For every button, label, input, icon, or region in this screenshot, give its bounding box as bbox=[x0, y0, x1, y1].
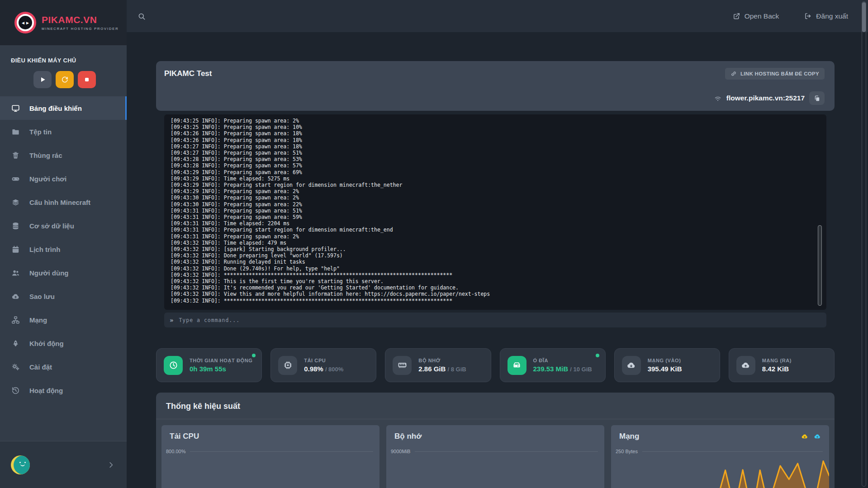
upload-legend-icon[interactable] bbox=[814, 433, 821, 440]
console-scrollbar[interactable] bbox=[818, 225, 822, 306]
avatar[interactable] bbox=[11, 455, 30, 474]
sidebar-item-schedules[interactable]: Lịch trình bbox=[0, 237, 127, 261]
stat-value: 0h 39m 55s bbox=[190, 365, 226, 373]
sidebar-item-activity[interactable]: Hoạt động bbox=[0, 379, 127, 402]
sidebar-item-label: Hoạt động bbox=[29, 387, 63, 394]
console-line: [09:43:29 INFO]: Preparing spawn area: 6… bbox=[171, 169, 820, 175]
monitor-icon bbox=[11, 104, 20, 113]
console-line: [09:43:32 INFO]: It's recommended you re… bbox=[171, 284, 820, 291]
network-chart-plot bbox=[611, 454, 829, 488]
sidebar-item-label: Thùng rác bbox=[29, 152, 62, 159]
link-icon bbox=[730, 71, 737, 77]
brand-tagline: MINECRAFT HOSTING PROVIDER bbox=[42, 27, 119, 31]
stat-value: 0.98% bbox=[304, 365, 323, 373]
brand-logo-arrows: ◄► bbox=[19, 16, 32, 29]
console-output[interactable]: [09:43:25 INFO]: Preparing spawn area: 2… bbox=[164, 114, 826, 310]
console-line: [09:43:30 INFO]: Preparing spawn area: 2… bbox=[171, 194, 820, 201]
stat-icon-tile bbox=[278, 356, 297, 375]
open-back-link[interactable]: Open Back bbox=[733, 12, 779, 20]
sidebar-item-label: Sao lưu bbox=[29, 293, 55, 300]
cloud-upload-icon bbox=[741, 360, 750, 370]
console-line: [09:43:32 INFO]: This is the first time … bbox=[171, 278, 820, 284]
y-axis-label: 250 Bytes bbox=[616, 449, 638, 454]
stat-limit: / 8 GiB bbox=[448, 366, 466, 373]
stop-icon bbox=[83, 76, 90, 83]
console-line: [09:43:32 INFO]: Time elapsed: 479 ms bbox=[171, 240, 820, 246]
console-line: [09:43:31 INFO]: Preparing spawn area: 5… bbox=[171, 214, 820, 220]
gridline bbox=[190, 451, 373, 452]
database-icon bbox=[11, 222, 20, 230]
stat-limit: / 800% bbox=[325, 366, 343, 373]
page-scrollbar-thumb[interactable] bbox=[862, 2, 866, 32]
logout-link[interactable]: Đăng xuất bbox=[804, 12, 848, 20]
sidebar-item-trash[interactable]: Thùng rác bbox=[0, 143, 127, 167]
brand-logo[interactable]: ◄► PIKAMC.VN MINECRAFT HOSTING PROVIDER bbox=[0, 0, 127, 45]
copy-address-button[interactable] bbox=[809, 91, 825, 105]
command-input[interactable] bbox=[179, 317, 821, 323]
chevron-right-icon[interactable] bbox=[107, 461, 115, 469]
stat-icon-tile bbox=[164, 356, 183, 375]
network-chart-card: Mạng 250 Bytes bbox=[611, 425, 829, 488]
server-title: PIKAMC Test bbox=[164, 68, 212, 78]
cpu-chart-plot bbox=[161, 454, 379, 488]
sidebar-item-network[interactable]: Mạng bbox=[0, 308, 127, 332]
console-line: [09:43:32 INFO]: Running delayed init ta… bbox=[171, 259, 820, 265]
console-line: [09:43:32 INFO]: View this and more help… bbox=[171, 291, 820, 297]
user-panel[interactable] bbox=[0, 441, 127, 488]
stop-server-button[interactable] bbox=[78, 71, 96, 88]
restart-server-button[interactable] bbox=[56, 71, 74, 88]
sidebar-item-databases[interactable]: Cơ sở dữ liệu bbox=[0, 214, 127, 237]
stat-card-cpu: TẢI CPU 0.98% / 800% bbox=[270, 348, 376, 382]
chart-title: Tải CPU bbox=[170, 432, 199, 441]
stat-icon-tile bbox=[393, 356, 412, 375]
console-line: [09:43:29 INFO]: Preparing spawn area: 2… bbox=[171, 188, 820, 194]
console-line: [09:43:26 INFO]: Preparing spawn area: 1… bbox=[171, 130, 820, 137]
stat-label: THỜI GIAN HOẠT ĐỘNG bbox=[190, 358, 252, 363]
history-icon bbox=[11, 386, 20, 395]
stat-icon-tile bbox=[736, 356, 755, 375]
cloud-download-icon bbox=[626, 360, 636, 370]
console-line: [09:43:29 INFO]: Preparing start region … bbox=[171, 182, 820, 188]
sidebar-item-label: Cài đặt bbox=[29, 363, 52, 371]
search-icon[interactable] bbox=[138, 12, 146, 20]
logout-icon bbox=[804, 12, 812, 20]
brand-logo-icon: ◄► bbox=[14, 12, 36, 33]
sidebar-item-users[interactable]: Người dùng bbox=[0, 261, 127, 284]
stat-value: 395.49 KiB bbox=[648, 365, 682, 373]
topbar: Open Back Đăng xuất bbox=[127, 0, 868, 32]
console-line: [09:43:31 INFO]: Preparing spawn area: 5… bbox=[171, 208, 820, 214]
performance-title: Thống kê hiệu suất bbox=[161, 402, 829, 411]
sidebar-item-minecraft-config[interactable]: Cấu hình Minecraft bbox=[0, 190, 127, 214]
sidebar-item-settings[interactable]: Cài đặt bbox=[0, 355, 127, 379]
sidebar-item-files[interactable]: Tệp tin bbox=[0, 120, 127, 143]
avatar-smile bbox=[20, 463, 25, 466]
online-dot bbox=[252, 354, 256, 357]
topbar-actions: Open Back Đăng xuất bbox=[733, 12, 848, 20]
sidebar-item-startup[interactable]: Khởi động bbox=[0, 332, 127, 355]
console-line: [09:43:32 INFO]: ***********************… bbox=[171, 272, 820, 278]
chart-title: Bộ nhớ bbox=[394, 432, 422, 441]
sidebar-item-dashboard[interactable]: Bảng điều khiển bbox=[0, 96, 127, 120]
gridline bbox=[642, 451, 823, 452]
copy-hosting-link-label: LINK HOSTING BẤM ĐỂ COPY bbox=[740, 71, 819, 76]
stat-icon-tile bbox=[622, 356, 641, 375]
play-icon bbox=[39, 76, 46, 83]
stat-limit: / 10 GiB bbox=[570, 366, 592, 373]
gridline bbox=[415, 451, 598, 452]
page-scrollbar[interactable] bbox=[862, 1, 866, 487]
network-area-chart bbox=[611, 455, 829, 488]
console-line: [09:43:25 INFO]: Preparing spawn area: 2… bbox=[171, 118, 820, 124]
start-server-button[interactable] bbox=[33, 71, 52, 88]
sidebar-item-label: Lịch trình bbox=[29, 246, 60, 253]
copy-hosting-link-button[interactable]: LINK HOSTING BẤM ĐỂ COPY bbox=[725, 68, 825, 80]
console-line: [09:43:27 INFO]: Preparing spawn area: 1… bbox=[171, 143, 820, 150]
sidebar-item-backups[interactable]: Sao lưu bbox=[0, 284, 127, 308]
calendar-icon bbox=[11, 245, 20, 254]
sidebar-item-players[interactable]: Người chơi bbox=[0, 167, 127, 190]
download-legend-icon[interactable] bbox=[801, 433, 808, 440]
sidebar: ◄► PIKAMC.VN MINECRAFT HOSTING PROVIDER … bbox=[0, 0, 127, 488]
gears-icon bbox=[11, 363, 20, 371]
stat-label: MẠNG (VÀO) bbox=[648, 358, 682, 363]
console-line: [09:43:32 INFO]: Done preparing level "w… bbox=[171, 252, 820, 259]
stat-card-network-out: MẠNG (RA) 8.42 KiB bbox=[729, 348, 835, 382]
